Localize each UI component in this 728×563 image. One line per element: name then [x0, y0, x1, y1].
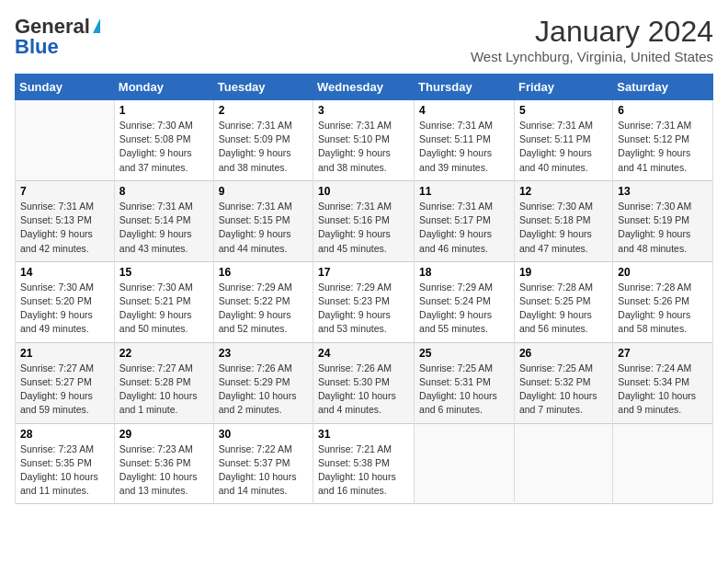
day-number: 29: [119, 428, 209, 441]
day-info: Sunrise: 7:30 AMSunset: 5:08 PMDaylight:…: [119, 119, 209, 175]
calendar-cell: 27Sunrise: 7:24 AMSunset: 5:34 PMDayligh…: [613, 342, 713, 423]
calendar-cell: 1Sunrise: 7:30 AMSunset: 5:08 PMDaylight…: [114, 100, 213, 181]
day-number: 26: [519, 347, 608, 360]
day-number: 8: [119, 185, 209, 198]
day-number: 5: [519, 104, 608, 117]
logo-triangle-icon: [93, 18, 100, 33]
calendar-week-4: 21Sunrise: 7:27 AMSunset: 5:27 PMDayligh…: [16, 342, 713, 423]
calendar-cell: 18Sunrise: 7:29 AMSunset: 5:24 PMDayligh…: [415, 261, 515, 342]
page-header: General Blue January 2024 West Lynchburg…: [15, 15, 713, 64]
col-thursday: Thursday: [415, 75, 515, 100]
day-number: 11: [419, 185, 509, 198]
day-number: 24: [318, 347, 409, 360]
day-info: Sunrise: 7:24 AMSunset: 5:34 PMDaylight:…: [618, 362, 708, 418]
day-number: 13: [618, 185, 708, 198]
day-info: Sunrise: 7:23 AMSunset: 5:36 PMDaylight:…: [119, 442, 209, 499]
calendar-cell: 31Sunrise: 7:21 AMSunset: 5:38 PMDayligh…: [313, 423, 415, 504]
day-number: 2: [219, 104, 308, 117]
col-monday: Monday: [114, 75, 213, 100]
calendar-cell: 20Sunrise: 7:28 AMSunset: 5:26 PMDayligh…: [613, 261, 713, 342]
calendar-table: Sunday Monday Tuesday Wednesday Thursday…: [15, 74, 713, 504]
calendar-week-2: 7Sunrise: 7:31 AMSunset: 5:13 PMDaylight…: [16, 180, 713, 261]
calendar-week-3: 14Sunrise: 7:30 AMSunset: 5:20 PMDayligh…: [16, 261, 713, 342]
col-wednesday: Wednesday: [313, 75, 415, 100]
calendar-cell: 15Sunrise: 7:30 AMSunset: 5:21 PMDayligh…: [114, 261, 213, 342]
day-info: Sunrise: 7:27 AMSunset: 5:28 PMDaylight:…: [119, 362, 209, 418]
day-info: Sunrise: 7:30 AMSunset: 5:19 PMDaylight:…: [618, 200, 708, 256]
month-title: January 2024: [471, 15, 713, 49]
calendar-cell: 24Sunrise: 7:26 AMSunset: 5:30 PMDayligh…: [313, 342, 415, 423]
calendar-cell: [415, 423, 515, 504]
day-info: Sunrise: 7:31 AMSunset: 5:11 PMDaylight:…: [519, 119, 608, 175]
day-info: Sunrise: 7:27 AMSunset: 5:27 PMDaylight:…: [20, 362, 109, 418]
calendar-cell: 10Sunrise: 7:31 AMSunset: 5:16 PMDayligh…: [313, 180, 415, 261]
day-info: Sunrise: 7:31 AMSunset: 5:10 PMDaylight:…: [318, 119, 409, 175]
day-info: Sunrise: 7:31 AMSunset: 5:11 PMDaylight:…: [419, 119, 509, 175]
location: West Lynchburg, Virginia, United States: [471, 49, 713, 64]
logo-blue: Blue: [15, 35, 59, 59]
day-number: 7: [20, 185, 109, 198]
calendar-cell: 13Sunrise: 7:30 AMSunset: 5:19 PMDayligh…: [613, 180, 713, 261]
calendar-cell: 17Sunrise: 7:29 AMSunset: 5:23 PMDayligh…: [313, 261, 415, 342]
day-number: 22: [119, 347, 209, 360]
calendar-cell: 16Sunrise: 7:29 AMSunset: 5:22 PMDayligh…: [213, 261, 313, 342]
day-info: Sunrise: 7:26 AMSunset: 5:29 PMDaylight:…: [219, 362, 308, 418]
calendar-cell: 3Sunrise: 7:31 AMSunset: 5:10 PMDaylight…: [313, 100, 415, 181]
day-info: Sunrise: 7:31 AMSunset: 5:13 PMDaylight:…: [20, 200, 109, 256]
calendar-cell: 2Sunrise: 7:31 AMSunset: 5:09 PMDaylight…: [213, 100, 313, 181]
day-info: Sunrise: 7:29 AMSunset: 5:22 PMDaylight:…: [219, 281, 308, 337]
day-number: 30: [219, 428, 308, 441]
calendar-cell: 6Sunrise: 7:31 AMSunset: 5:12 PMDaylight…: [613, 100, 713, 181]
col-tuesday: Tuesday: [213, 75, 313, 100]
col-saturday: Saturday: [613, 75, 713, 100]
calendar-cell: 26Sunrise: 7:25 AMSunset: 5:32 PMDayligh…: [514, 342, 612, 423]
day-info: Sunrise: 7:29 AMSunset: 5:24 PMDaylight:…: [419, 281, 509, 337]
day-info: Sunrise: 7:31 AMSunset: 5:09 PMDaylight:…: [219, 119, 308, 175]
day-number: 9: [219, 185, 308, 198]
calendar-cell: 8Sunrise: 7:31 AMSunset: 5:14 PMDaylight…: [114, 180, 213, 261]
day-info: Sunrise: 7:30 AMSunset: 5:21 PMDaylight:…: [119, 281, 209, 337]
calendar-cell: 12Sunrise: 7:30 AMSunset: 5:18 PMDayligh…: [514, 180, 612, 261]
day-info: Sunrise: 7:23 AMSunset: 5:35 PMDaylight:…: [20, 442, 109, 499]
day-info: Sunrise: 7:31 AMSunset: 5:15 PMDaylight:…: [219, 200, 308, 256]
logo: General Blue: [15, 15, 100, 59]
day-number: 16: [219, 266, 308, 279]
day-number: 18: [419, 266, 509, 279]
day-number: 20: [618, 266, 708, 279]
day-info: Sunrise: 7:25 AMSunset: 5:32 PMDaylight:…: [519, 362, 608, 418]
calendar-cell: 7Sunrise: 7:31 AMSunset: 5:13 PMDaylight…: [16, 180, 115, 261]
day-info: Sunrise: 7:26 AMSunset: 5:30 PMDaylight:…: [318, 362, 409, 418]
day-number: 3: [318, 104, 409, 117]
col-sunday: Sunday: [16, 75, 115, 100]
day-info: Sunrise: 7:28 AMSunset: 5:25 PMDaylight:…: [519, 281, 608, 337]
calendar-week-1: 1Sunrise: 7:30 AMSunset: 5:08 PMDaylight…: [16, 100, 713, 181]
calendar-cell: 30Sunrise: 7:22 AMSunset: 5:37 PMDayligh…: [213, 423, 313, 504]
calendar-cell: [16, 100, 115, 181]
day-number: 17: [318, 266, 409, 279]
calendar-week-5: 28Sunrise: 7:23 AMSunset: 5:35 PMDayligh…: [16, 423, 713, 504]
calendar-cell: 21Sunrise: 7:27 AMSunset: 5:27 PMDayligh…: [16, 342, 115, 423]
day-number: 27: [618, 347, 708, 360]
day-info: Sunrise: 7:21 AMSunset: 5:38 PMDaylight:…: [318, 442, 409, 499]
calendar-cell: 5Sunrise: 7:31 AMSunset: 5:11 PMDaylight…: [514, 100, 612, 181]
day-number: 15: [119, 266, 209, 279]
calendar-cell: 11Sunrise: 7:31 AMSunset: 5:17 PMDayligh…: [415, 180, 515, 261]
calendar-cell: 14Sunrise: 7:30 AMSunset: 5:20 PMDayligh…: [16, 261, 115, 342]
calendar-cell: 4Sunrise: 7:31 AMSunset: 5:11 PMDaylight…: [415, 100, 515, 181]
day-info: Sunrise: 7:31 AMSunset: 5:17 PMDaylight:…: [419, 200, 509, 256]
day-number: 12: [519, 185, 608, 198]
day-number: 21: [20, 347, 109, 360]
calendar-cell: [613, 423, 713, 504]
calendar-cell: [514, 423, 612, 504]
day-number: 19: [519, 266, 608, 279]
day-number: 23: [219, 347, 308, 360]
col-friday: Friday: [514, 75, 612, 100]
title-area: January 2024 West Lynchburg, Virginia, U…: [471, 15, 713, 64]
day-info: Sunrise: 7:29 AMSunset: 5:23 PMDaylight:…: [318, 281, 409, 337]
calendar-cell: 19Sunrise: 7:28 AMSunset: 5:25 PMDayligh…: [514, 261, 612, 342]
day-number: 10: [318, 185, 409, 198]
day-info: Sunrise: 7:30 AMSunset: 5:20 PMDaylight:…: [20, 281, 109, 337]
calendar-cell: 28Sunrise: 7:23 AMSunset: 5:35 PMDayligh…: [16, 423, 115, 504]
day-number: 6: [618, 104, 708, 117]
day-number: 1: [119, 104, 209, 117]
